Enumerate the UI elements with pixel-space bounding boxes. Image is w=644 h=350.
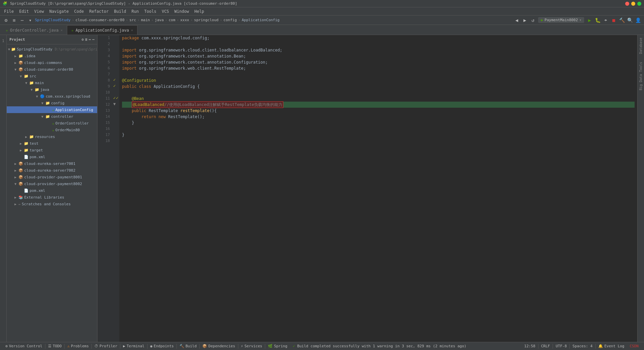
coverage-button[interactable]: ☂	[602, 17, 609, 24]
user-button[interactable]: 👤	[635, 17, 641, 24]
minimize-button[interactable]	[631, 2, 635, 6]
status-problems[interactable]: ⚠ Problems	[65, 342, 91, 350]
panel-collapse-icon[interactable]: —	[92, 37, 94, 42]
status-spaces[interactable]: Spaces: 4	[570, 344, 595, 348]
menu-window[interactable]: Window	[172, 8, 192, 14]
tree-item-payment8001[interactable]: ▶ 📦 cloud-provider-payment8001	[7, 174, 97, 180]
tree-item-ordercontroller[interactable]: ☕ OrderController	[7, 120, 97, 127]
maximize-button[interactable]	[637, 2, 641, 6]
toolbar-settings[interactable]: ⚙	[3, 17, 9, 24]
tree-item-ordermain[interactable]: ☕ OrderMain80	[7, 127, 97, 133]
menu-file[interactable]: File	[1, 8, 16, 14]
menu-edit[interactable]: Edit	[16, 8, 32, 14]
toolbar-back[interactable]: ◀	[513, 17, 520, 24]
tree-item-controller-folder[interactable]: ▼ 📁 controller	[7, 113, 97, 120]
menu-tools[interactable]: Tools	[142, 8, 159, 14]
tree-item-src[interactable]: ▼ 📁 src	[7, 73, 97, 79]
tree-item-consumer[interactable]: ▼ 📦 cloud-consumer-order80	[7, 66, 97, 73]
menu-view[interactable]: View	[32, 8, 47, 14]
tree-item-root[interactable]: ▼ 📁 SpringCloudStudy D:\program\spang\Sp…	[7, 46, 97, 53]
tree-item-applicationconfig[interactable]: ☕ ApplicationConfig	[7, 106, 97, 113]
tab-applicationconfig-close[interactable]: ✕	[131, 28, 133, 32]
tree-item-main[interactable]: ▼ 📁 main	[7, 79, 97, 86]
event-log-icon: 🔔	[598, 344, 603, 348]
toolbar-dropdown[interactable]: ▾	[27, 17, 34, 24]
status-dependencies[interactable]: 📦 Dependencies	[200, 342, 238, 350]
status-terminal[interactable]: ▶ Terminal	[120, 342, 147, 350]
tree-item-scratches[interactable]: ▶ ✏️ Scratches and Consoles	[7, 201, 97, 207]
tab-applicationconfig[interactable]: ☕ ApplicationConfig.java ✕	[67, 25, 137, 35]
menu-code[interactable]: Code	[72, 8, 87, 14]
tree-item-package[interactable]: ▼ 🔵 com.xxxx.springcloud	[7, 93, 97, 100]
run-button[interactable]: ▶	[586, 17, 593, 24]
gutter-fold-12[interactable]: ▼	[113, 102, 116, 106]
gutter-annotation-11b[interactable]: ✓	[116, 96, 118, 100]
tree-item-api-commons[interactable]: ▶ 📦 cloud-api-commons	[7, 59, 97, 66]
tree-item-payment8002[interactable]: ▼ 📦 cloud-provider-payment8002	[7, 180, 97, 187]
status-version-control[interactable]: ⚙ Version Control	[3, 342, 45, 350]
status-todo[interactable]: ☰ TODO	[45, 342, 65, 350]
tree-item-idea[interactable]: ▶ 📁 .idea	[7, 53, 97, 59]
status-build[interactable]: 🔨 Build	[177, 342, 199, 350]
breadcrumb-springcloud[interactable]: springcloud	[194, 18, 218, 22]
breadcrumb-com[interactable]: com	[169, 18, 175, 22]
toolbar-forward[interactable]: ▶	[521, 17, 528, 24]
toolbar-structure[interactable]: ≡	[11, 17, 17, 24]
tree-item-external-libs[interactable]: ▶ 📚 External Libraries	[7, 194, 97, 201]
breadcrumb-applicationconfig[interactable]: ApplicationConfig	[242, 18, 280, 22]
tree-item-eureka7002[interactable]: ▶ 📦 cloud-eureka-server7002	[7, 167, 97, 174]
tree-item-target[interactable]: ▶ 📁 target	[7, 147, 97, 153]
status-spring[interactable]: 🌿 Spring	[265, 342, 290, 350]
tree-item-pom1[interactable]: 📄 pom.xml	[7, 153, 97, 160]
status-profiler[interactable]: ⏱ Profiler	[92, 342, 120, 350]
tree-item-eureka7001[interactable]: ▶ 📦 cloud-eureka-server7001	[7, 160, 97, 167]
status-services[interactable]: ⚡ Services	[238, 342, 265, 350]
breadcrumb-xxxx[interactable]: xxxx	[180, 18, 189, 22]
toolbar-more[interactable]: ⋯	[19, 17, 26, 24]
toolbar-refresh[interactable]: ↺	[529, 17, 536, 24]
status-line-col[interactable]: 12:58	[522, 344, 538, 348]
menu-build[interactable]: Build	[111, 8, 129, 14]
stop-button[interactable]: ■	[610, 17, 617, 24]
status-utf8[interactable]: UTF-8	[553, 344, 569, 348]
menu-run[interactable]: Run	[129, 8, 142, 14]
status-event-log[interactable]: 🔔 Event Log	[596, 344, 627, 348]
breadcrumb-project[interactable]: SpringCloudStudy	[35, 18, 71, 22]
debug-button[interactable]: 🐛	[594, 17, 601, 24]
bigdata-panel-label[interactable]: Big Data Tools	[639, 59, 643, 93]
panel-list-icon[interactable]: ≡	[85, 37, 87, 42]
sidebar-project-icon[interactable]: 1	[2, 38, 4, 44]
code-line-14: return new RestTemplate();	[122, 114, 635, 120]
gutter-annotation-11[interactable]: ✓	[113, 96, 116, 100]
close-button[interactable]	[625, 2, 629, 6]
menu-navigate[interactable]: Navigate	[47, 8, 72, 14]
tree-item-java[interactable]: ▼ 📁 java	[7, 86, 97, 93]
tree-item-resources[interactable]: ▶ 📁 resources	[7, 133, 97, 140]
panel-gear-icon[interactable]: ⚙	[82, 37, 84, 42]
tree-item-test[interactable]: ▶ 📁 test	[7, 140, 97, 147]
database-panel-label[interactable]: Database	[639, 35, 643, 57]
code-editor[interactable]: package com.xxxx.springcloud.config; imp…	[119, 35, 637, 342]
search-button[interactable]: 🔍	[627, 17, 633, 24]
tab-ordercontroller[interactable]: ☕ OrderController.java ✕	[1, 25, 67, 35]
run-configuration[interactable]: ▶ PaymentMain8002 ▾	[538, 17, 584, 23]
tab-ordercontroller-close[interactable]: ✕	[61, 28, 63, 32]
tree-item-pom2[interactable]: 📄 pom.xml	[7, 187, 97, 194]
status-endpoints[interactable]: ◉ Endpoints	[148, 342, 176, 350]
window-controls[interactable]	[625, 2, 641, 6]
menu-refactor[interactable]: Refactor	[86, 8, 111, 14]
breadcrumb-src[interactable]: src	[129, 18, 136, 22]
status-csdn[interactable]: CSDN	[627, 344, 642, 348]
build-button[interactable]: 🔨	[618, 17, 625, 24]
tree-item-config-folder[interactable]: ▼ 📁 config	[7, 100, 97, 106]
breadcrumb-config[interactable]: config	[224, 18, 237, 22]
panel-settings-icon[interactable]: ⋯	[89, 37, 91, 42]
status-crlf[interactable]: CRLF	[538, 344, 553, 348]
breadcrumb-module[interactable]: cloud-consumer-order80	[76, 18, 125, 22]
menu-help[interactable]: Help	[192, 8, 207, 14]
gutter-annotation-9[interactable]: ✓	[113, 83, 116, 88]
menu-vcs[interactable]: VCS	[159, 8, 172, 14]
breadcrumb-java[interactable]: java	[155, 18, 164, 22]
gutter-annotation-8[interactable]: ✓	[113, 77, 116, 82]
breadcrumb-main[interactable]: main	[141, 18, 150, 22]
